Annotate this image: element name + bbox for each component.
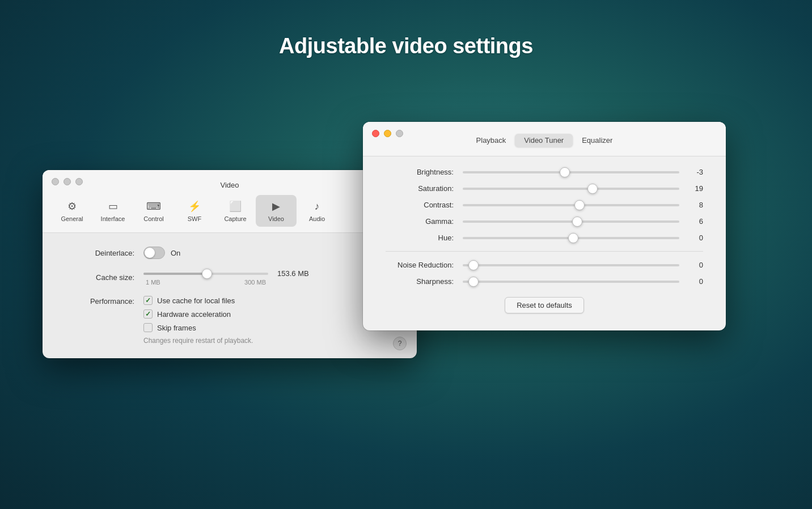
saturation-slider[interactable] [463,188,679,190]
deinterlace-state: On [171,249,180,257]
toolbar-item-audio[interactable]: ♪ Audio [297,195,337,227]
brightness-label: Brightness: [386,168,454,176]
use-cache-label: Use cache for local files [157,296,235,305]
help-button[interactable]: ? [393,337,407,350]
sharpness-slider[interactable] [463,281,679,283]
toolbar-label-interface: Interface [101,215,125,222]
page-title: Adjustable video settings [0,0,812,58]
cache-size-row: Cache size: 153.6 MB 1 MB 300 MB [61,269,399,286]
gamma-row: Gamma: 6 [386,217,703,226]
use-cache-checkbox[interactable]: ✓ [143,296,153,305]
maximize-button[interactable] [75,178,83,185]
toolbar-label-swf: SWF [188,215,201,222]
cache-max-label: 300 MB [244,279,266,286]
capture-icon: ⬜ [227,198,243,214]
tuner-divider [386,251,703,252]
hw-accel-label: Hardware acceleration [157,310,231,319]
hue-thumb[interactable] [568,233,578,243]
noise-reduction-thumb[interactable] [468,260,479,270]
use-cache-item: ✓ Use cache for local files [143,296,235,305]
brightness-row: Brightness: -3 [386,168,703,176]
gamma-thumb[interactable] [572,217,582,227]
use-cache-check-icon: ✓ [145,296,151,304]
toolbar-label-video: Video [268,215,284,222]
contrast-value: 8 [686,201,703,209]
toolbar-label-general: General [61,215,83,222]
video-settings-window: Video ⚙ General ▭ Interface ⌨ Control ⚡ … [43,170,417,358]
cache-slider-track-container: 153.6 MB [143,269,309,278]
cache-size-label: Cache size: [61,273,134,282]
gamma-value: 6 [686,217,703,226]
sharpness-value: 0 [686,277,703,286]
tab-playback[interactable]: Playback [467,134,515,147]
toolbar-item-interface[interactable]: ▭ Interface [92,195,133,227]
sharpness-label: Sharpness: [386,277,454,286]
tuner-maximize-button[interactable] [396,130,403,137]
cache-slider-track[interactable] [143,273,268,275]
brightness-slider[interactable] [463,171,679,173]
saturation-value: 19 [686,184,703,193]
cache-slider-fill [143,273,207,275]
tuner-content: Brightness: -3 Saturation: 19 Contrast: … [363,156,726,330]
reset-btn-container: Reset to defaults [386,297,703,313]
tuner-minimize-button[interactable] [384,130,391,137]
tuner-tabs: Playback Video Tuner Equalizer [363,134,726,150]
reset-defaults-button[interactable]: Reset to defaults [505,297,584,313]
swf-icon: ⚡ [187,198,202,214]
restart-note: Changes require restart of playback. [143,337,399,345]
toggle-knob [145,248,155,258]
brightness-value: -3 [686,168,703,176]
toolbar-item-general[interactable]: ⚙ General [52,195,92,227]
performance-row: Performance: ✓ Use cache for local files… [61,296,399,332]
toolbar-label-capture: Capture [224,215,246,222]
skip-frames-label: Skip frames [157,324,196,332]
brightness-thumb[interactable] [560,167,570,177]
cache-size-value: 153.6 MB [277,269,309,278]
toolbar-label-audio: Audio [309,215,325,222]
hue-label: Hue: [386,234,454,242]
tab-equalizer[interactable]: Equalizer [573,134,621,147]
hw-accel-item: ✓ Hardware acceleration [143,309,235,319]
toolbar-label-control: Control [143,215,163,222]
cache-min-label: 1 MB [146,279,160,286]
skip-frames-item: Skip frames [143,323,235,332]
toolbar-item-capture[interactable]: ⬜ Capture [215,195,256,227]
deinterlace-label: Deinterlace: [61,249,134,257]
audio-icon: ♪ [309,198,325,214]
contrast-slider[interactable] [463,204,679,206]
interface-icon: ▭ [105,198,121,214]
noise-reduction-value: 0 [686,261,703,269]
hw-accel-checkbox[interactable]: ✓ [143,309,153,319]
hue-slider[interactable] [463,237,679,239]
gamma-label: Gamma: [386,217,454,226]
hue-value: 0 [686,234,703,242]
cache-slider-thumb[interactable] [202,269,212,279]
toolbar-item-video[interactable]: ▶ Video [256,195,297,227]
tab-video-tuner[interactable]: Video Tuner [515,134,573,147]
video-titlebar: Video ⚙ General ▭ Interface ⌨ Control ⚡ … [43,170,417,233]
noise-reduction-row: Noise Reduction: 0 [386,261,703,269]
contrast-row: Contrast: 8 [386,201,703,209]
saturation-label: Saturation: [386,184,454,193]
video-icon: ▶ [268,198,284,214]
video-window-title: Video [43,181,417,190]
toolbar-item-swf[interactable]: ⚡ SWF [174,195,215,227]
video-tuner-window: Playback Video Tuner Equalizer Brightnes… [363,122,726,330]
gamma-slider[interactable] [463,220,679,223]
noise-reduction-slider[interactable] [463,264,679,266]
tuner-close-button[interactable] [372,130,379,137]
settings-content: Deinterlace: On Cache size: 153.6 MB 1 M… [43,233,417,358]
deinterlace-toggle[interactable] [143,247,165,259]
contrast-thumb[interactable] [574,200,585,210]
control-icon: ⌨ [146,198,162,214]
skip-frames-checkbox[interactable] [143,323,153,332]
gear-icon: ⚙ [64,198,80,214]
noise-reduction-label: Noise Reduction: [386,261,454,269]
minimize-button[interactable] [64,178,71,185]
saturation-row: Saturation: 19 [386,184,703,193]
close-button[interactable] [52,178,59,185]
sharpness-thumb[interactable] [468,277,479,287]
saturation-thumb[interactable] [587,184,598,194]
deinterlace-row: Deinterlace: On [61,247,399,259]
toolbar-item-control[interactable]: ⌨ Control [133,195,174,227]
